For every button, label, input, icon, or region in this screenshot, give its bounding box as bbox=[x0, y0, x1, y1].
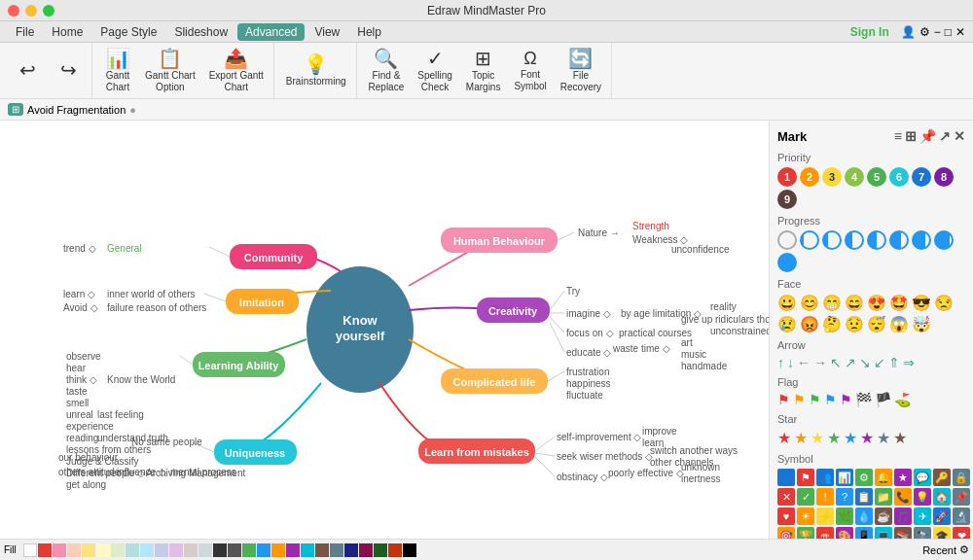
flag-6[interactable]: 🏁 bbox=[855, 392, 872, 407]
progress-87[interactable] bbox=[934, 230, 954, 250]
swatch-peach[interactable] bbox=[67, 543, 81, 557]
swatch-darkpink[interactable] bbox=[359, 543, 373, 557]
arrow-left[interactable]: ← bbox=[797, 355, 811, 370]
sym-2[interactable]: ⚑ bbox=[797, 469, 814, 486]
sym-38[interactable]: 🔭 bbox=[914, 527, 931, 539]
sym-39[interactable]: 🎓 bbox=[933, 527, 951, 539]
menu-advanced[interactable]: Advanced bbox=[237, 23, 305, 41]
menu-pagestyle[interactable]: Page Style bbox=[92, 23, 164, 41]
face-7[interactable]: 😎 bbox=[912, 294, 931, 312]
swatch-black[interactable] bbox=[403, 543, 416, 557]
export-gantt-button[interactable]: 📤 Export GanttChart bbox=[203, 47, 270, 95]
arrow-downright[interactable]: ↘ bbox=[859, 355, 871, 370]
swatch-white[interactable] bbox=[23, 543, 37, 557]
file-recovery-button[interactable]: 🔄 FileRecovery bbox=[555, 47, 607, 95]
star-5[interactable]: ★ bbox=[844, 429, 857, 447]
swatch-red[interactable] bbox=[38, 543, 52, 557]
swatch-green[interactable] bbox=[242, 543, 256, 557]
arrow-up[interactable]: ↑ bbox=[777, 355, 784, 370]
close-button[interactable] bbox=[8, 5, 19, 17]
swatch-brown[interactable] bbox=[315, 543, 329, 557]
star-3[interactable]: ★ bbox=[811, 429, 824, 447]
flag-5[interactable]: ⚑ bbox=[840, 392, 852, 407]
face-8[interactable]: 😒 bbox=[934, 294, 954, 312]
flag-2[interactable]: ⚑ bbox=[793, 392, 806, 407]
menu-view[interactable]: View bbox=[306, 23, 347, 41]
sym-14[interactable]: ? bbox=[836, 488, 853, 506]
priority-1[interactable]: 1 bbox=[777, 167, 797, 187]
menu-help[interactable]: Help bbox=[349, 23, 389, 41]
font-symbol-button[interactable]: Ω FontSymbol bbox=[508, 47, 552, 95]
sym-37[interactable]: 📚 bbox=[894, 527, 912, 539]
star-6[interactable]: ★ bbox=[860, 429, 874, 447]
sym-24[interactable]: 🌿 bbox=[836, 508, 853, 525]
sym-4[interactable]: 📊 bbox=[836, 469, 853, 486]
grid-view-icon[interactable]: ⊞ bbox=[905, 128, 917, 144]
sym-40[interactable]: ❤ bbox=[953, 527, 970, 539]
swatch-purple-light[interactable] bbox=[169, 543, 183, 557]
swatch-bluegray[interactable] bbox=[330, 543, 343, 557]
pin-icon[interactable]: 📌 bbox=[919, 128, 936, 144]
swatch-cyan[interactable] bbox=[301, 543, 314, 557]
recent-settings-icon[interactable]: ⚙ bbox=[959, 543, 969, 556]
swatch-cream[interactable] bbox=[96, 543, 110, 557]
face-15[interactable]: 🤯 bbox=[912, 315, 931, 333]
toolbar-extra-2[interactable]: ⚙ bbox=[919, 25, 930, 39]
canvas[interactable]: Know yourself Human Behaviour Nature → S… bbox=[0, 121, 769, 539]
spelling-check-button[interactable]: ✓ SpellingCheck bbox=[412, 47, 458, 95]
swatch-gray-dark[interactable] bbox=[228, 543, 241, 557]
sym-3[interactable]: 👥 bbox=[816, 469, 834, 486]
sym-26[interactable]: ☕ bbox=[875, 508, 892, 525]
sym-30[interactable]: 🔬 bbox=[953, 508, 970, 525]
priority-4[interactable]: 4 bbox=[845, 167, 864, 187]
face-12[interactable]: 😟 bbox=[845, 315, 864, 333]
priority-7[interactable]: 7 bbox=[912, 167, 931, 187]
star-4[interactable]: ★ bbox=[827, 429, 841, 447]
sym-21[interactable]: ♥ bbox=[777, 508, 795, 525]
sym-29[interactable]: 🚀 bbox=[933, 508, 951, 525]
swatch-teal-light[interactable] bbox=[126, 543, 139, 557]
sym-9[interactable]: 🔑 bbox=[933, 469, 951, 486]
export-panel-icon[interactable]: ↗ bbox=[939, 128, 951, 144]
swatch-lightgreen[interactable] bbox=[111, 543, 125, 557]
swatch-gray-light[interactable] bbox=[198, 543, 212, 557]
star-7[interactable]: ★ bbox=[877, 429, 890, 447]
progress-100[interactable] bbox=[777, 253, 797, 272]
flag-8[interactable]: ⛳ bbox=[894, 392, 911, 407]
progress-0[interactable] bbox=[777, 230, 797, 250]
list-view-icon[interactable]: ≡ bbox=[894, 128, 902, 144]
sym-20[interactable]: 📌 bbox=[953, 488, 970, 506]
flag-3[interactable]: ⚑ bbox=[809, 392, 821, 407]
sym-1[interactable]: 👤 bbox=[777, 469, 795, 486]
arrow-downleft[interactable]: ↙ bbox=[874, 355, 885, 370]
swatch-navy[interactable] bbox=[344, 543, 358, 557]
toolbar-extra-4[interactable]: □ bbox=[945, 25, 952, 39]
sym-34[interactable]: 🎨 bbox=[836, 527, 853, 539]
face-3[interactable]: 😁 bbox=[822, 294, 842, 312]
progress-62[interactable] bbox=[889, 230, 909, 250]
priority-9[interactable]: 9 bbox=[777, 190, 797, 209]
sym-22[interactable]: ☀ bbox=[797, 508, 814, 525]
swatch-pink[interactable] bbox=[53, 543, 66, 557]
sign-in-button[interactable]: Sign In bbox=[850, 25, 889, 39]
face-13[interactable]: 😴 bbox=[867, 315, 886, 333]
priority-3[interactable]: 3 bbox=[822, 167, 842, 187]
brainstorming-button[interactable]: 💡 Brainstorming bbox=[280, 47, 352, 95]
sym-17[interactable]: 📞 bbox=[894, 488, 912, 506]
face-4[interactable]: 😄 bbox=[845, 294, 864, 312]
priority-6[interactable]: 6 bbox=[889, 167, 909, 187]
menu-slideshow[interactable]: Slideshow bbox=[166, 23, 235, 41]
face-2[interactable]: 😊 bbox=[800, 294, 819, 312]
swatch-blue-light[interactable] bbox=[140, 543, 154, 557]
find-replace-button[interactable]: 🔍 Find &Replace bbox=[363, 47, 411, 95]
priority-8[interactable]: 8 bbox=[934, 167, 954, 187]
sym-32[interactable]: 🏆 bbox=[797, 527, 814, 539]
face-10[interactable]: 😡 bbox=[800, 315, 819, 333]
arrow-right[interactable]: → bbox=[813, 355, 827, 370]
star-2[interactable]: ★ bbox=[794, 429, 808, 447]
sym-19[interactable]: 🏠 bbox=[933, 488, 951, 506]
sym-8[interactable]: 💬 bbox=[914, 469, 931, 486]
sym-31[interactable]: 🎯 bbox=[777, 527, 795, 539]
progress-12[interactable] bbox=[800, 230, 819, 250]
face-11[interactable]: 🤔 bbox=[822, 315, 842, 333]
